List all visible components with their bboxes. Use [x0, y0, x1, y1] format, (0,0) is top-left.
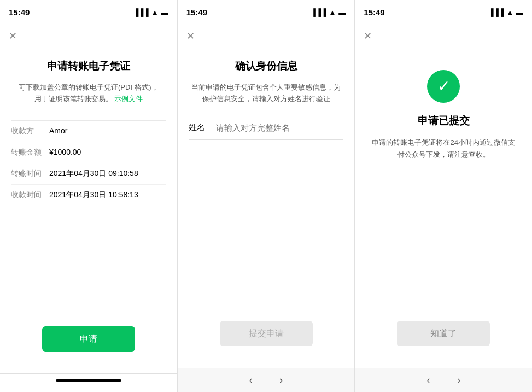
panel1-desc2: 用于证明该笔转账交易。 — [34, 95, 113, 103]
info-row-0: 收款方 Amor — [11, 121, 166, 142]
info-label-1: 转账金额 — [11, 148, 49, 157]
wifi-icon-1: ▲ — [151, 8, 159, 16]
home-indicator-1 — [56, 379, 121, 382]
info-row-2: 转账时间 2021年04月30日 09:10:58 — [11, 163, 166, 185]
signal-icon-3: ▐▐▐ — [489, 8, 504, 16]
name-input-row: 姓名 — [189, 116, 344, 140]
panel2-desc: 当前申请的电子凭证包含个人重要敏感信息，为保护信息安全，请输入对方姓名进行验证 — [189, 82, 344, 105]
apply-button[interactable]: 申请 — [42, 326, 135, 352]
status-time-3: 15:49 — [364, 8, 384, 17]
name-input[interactable] — [216, 123, 344, 132]
nav-bar-2: ✕ — [178, 24, 355, 48]
check-icon: ✓ — [437, 79, 450, 94]
status-time-2: 15:49 — [186, 8, 207, 17]
info-table: 收款方 Amor 转账金额 ¥1000.00 转账时间 2021年04月30日 … — [11, 120, 166, 206]
nav-bar-1: ✕ — [0, 24, 177, 48]
panel1-title: 申请转账电子凭证 — [11, 59, 166, 73]
battery-icon-2: ▬ — [338, 8, 346, 16]
signal-icon-1: ▐▐▐ — [133, 8, 149, 16]
panel3-title: 申请已提交 — [366, 114, 521, 128]
success-icon-wrap: ✓ — [366, 70, 521, 103]
content-2: 确认身份信息 当前申请的电子凭证包含个人重要敏感信息，为保护信息安全，请输入对方… — [178, 48, 355, 368]
status-icons-3: ▐▐▐ ▲ ▬ — [489, 8, 524, 16]
status-time-1: 15:49 — [9, 8, 30, 17]
submit-button[interactable]: 提交申请 — [220, 321, 313, 346]
info-value-3: 2021年04月30日 10:58:13 — [49, 190, 138, 200]
content-1: 申请转账电子凭证 可下载加盖公章的转账电子凭证(PDF格式)， 用于证明该笔转账… — [0, 48, 177, 373]
panel1-desc1: 可下载加盖公章的转账电子凭证(PDF格式)， — [19, 83, 159, 91]
info-label-2: 转账时间 — [11, 169, 49, 179]
close-icon-1[interactable]: ✕ — [9, 31, 17, 41]
info-row-3: 收款时间 2021年04月30日 10:58:13 — [11, 185, 166, 206]
status-bar-1: 15:49 ▐▐▐ ▲ ▬ — [0, 0, 177, 24]
info-value-0: Amor — [49, 126, 67, 136]
success-circle: ✓ — [427, 70, 460, 103]
info-row-1: 转账金额 ¥1000.00 — [11, 142, 166, 163]
signal-icon-2: ▐▐▐ — [311, 8, 326, 16]
bottom-nav-3: ‹ › — [355, 368, 532, 392]
panel-3: 15:49 ▐▐▐ ▲ ▬ ✕ ✓ 申请已提交 申请的转账电子凭证将在24小时内… — [355, 0, 532, 392]
wifi-icon-2: ▲ — [329, 8, 336, 16]
back-arrow-3[interactable]: ‹ — [421, 372, 435, 388]
status-icons-2: ▐▐▐ ▲ ▬ — [311, 8, 346, 16]
ok-button[interactable]: 知道了 — [397, 321, 490, 346]
close-icon-3[interactable]: ✕ — [364, 31, 372, 41]
nav-bar-3: ✕ — [355, 24, 532, 48]
status-bar-2: 15:49 ▐▐▐ ▲ ▬ — [178, 0, 355, 24]
back-arrow-2[interactable]: ‹ — [244, 372, 258, 388]
panel1-link[interactable]: 示例文件 — [114, 95, 143, 103]
info-value-2: 2021年04月30日 09:10:58 — [49, 169, 138, 179]
panel-1: 15:49 ▐▐▐ ▲ ▬ ✕ 申请转账电子凭证 可下载加盖公章的转账电子凭证(… — [0, 0, 178, 392]
panel3-desc: 申请的转账电子凭证将在24小时内通过微信支付公众号下发，请注意查收。 — [366, 137, 521, 161]
close-icon-2[interactable]: ✕ — [186, 31, 195, 41]
status-icons-1: ▐▐▐ ▲ ▬ — [133, 8, 168, 16]
name-input-label: 姓名 — [189, 122, 216, 133]
status-bar-3: 15:49 ▐▐▐ ▲ ▬ — [355, 0, 532, 24]
info-label-0: 收款方 — [11, 126, 49, 136]
info-label-3: 收款时间 — [11, 190, 49, 200]
battery-icon-1: ▬ — [161, 8, 168, 16]
panel2-title: 确认身份信息 — [189, 59, 344, 73]
forward-arrow-3[interactable]: › — [452, 372, 466, 388]
info-value-1: ¥1000.00 — [49, 148, 81, 157]
forward-arrow-2[interactable]: › — [274, 372, 289, 388]
content-3: ✓ 申请已提交 申请的转账电子凭证将在24小时内通过微信支付公众号下发，请注意查… — [355, 48, 532, 368]
bottom-bar-1 — [0, 373, 177, 392]
battery-icon-3: ▬ — [516, 8, 523, 16]
panel1-desc: 可下载加盖公章的转账电子凭证(PDF格式)， 用于证明该笔转账交易。 示例文件 — [11, 82, 166, 105]
wifi-icon-3: ▲ — [506, 8, 513, 16]
bottom-nav-2: ‹ › — [178, 368, 355, 392]
panel-2: 15:49 ▐▐▐ ▲ ▬ ✕ 确认身份信息 当前申请的电子凭证包含个人重要敏感… — [178, 0, 355, 392]
